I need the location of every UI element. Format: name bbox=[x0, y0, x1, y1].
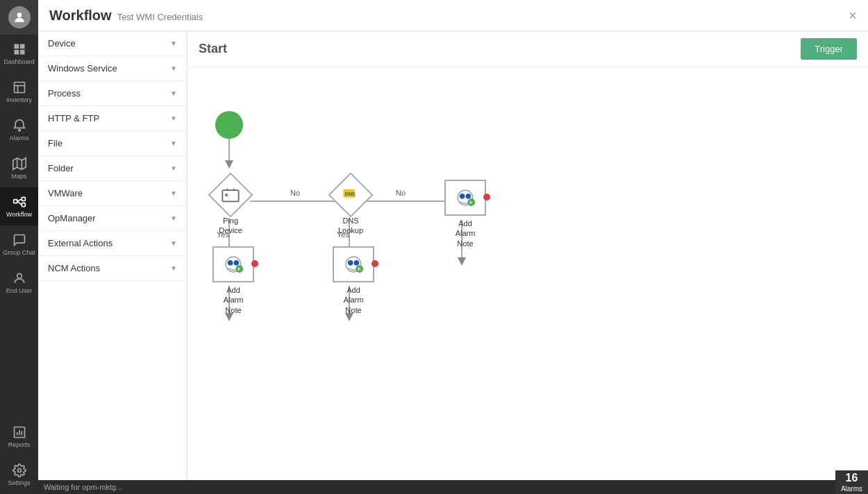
sidebar-label-enduser: End User bbox=[6, 287, 33, 294]
panel-item-device[interactable]: Device ▼ bbox=[38, 31, 187, 56]
chevron-icon-http-ftp: ▼ bbox=[170, 114, 177, 122]
panel-item-external-actions[interactable]: External Actions ▼ bbox=[38, 231, 187, 256]
red-dot-top bbox=[483, 194, 490, 201]
left-panel: Device ▼ Windows Service ▼ Process ▼ HTT… bbox=[38, 31, 187, 494]
svg-marker-9 bbox=[12, 158, 25, 170]
svg-point-22 bbox=[17, 469, 21, 472]
sidebar-label-inventory: Inventory bbox=[6, 96, 32, 103]
workflow-title: Workflow bbox=[49, 8, 112, 24]
svg-text:+: + bbox=[357, 266, 360, 273]
alarm-note-right-label: AddAlarmNote bbox=[344, 285, 364, 315]
sidebar-item-settings[interactable]: Settings bbox=[0, 456, 38, 494]
red-dot-right bbox=[372, 260, 378, 267]
sidebar-label-reports: Reports bbox=[8, 441, 31, 448]
alarm-note-left-label: AddAlarmNote bbox=[224, 285, 244, 315]
trigger-button[interactable]: Trigger bbox=[801, 38, 857, 60]
sidebar-item-enduser[interactable]: End User bbox=[0, 264, 38, 302]
svg-point-38 bbox=[225, 194, 228, 197]
svg-rect-12 bbox=[13, 200, 17, 203]
sidebar-label-alarms: Alarms bbox=[9, 135, 28, 142]
workflow-canvas: Yes No No Yes bbox=[187, 67, 868, 494]
panel-item-vmware[interactable]: VMWare ▼ bbox=[38, 181, 187, 206]
panel-label-ncm-actions: NCM Actions bbox=[48, 263, 100, 273]
sidebar-item-inventory[interactable]: Inventory bbox=[0, 73, 38, 111]
chevron-icon-external-actions: ▼ bbox=[170, 239, 177, 247]
sidebar-item-groupchat[interactable]: Group Chat bbox=[0, 225, 38, 264]
sidebar-item-alarms[interactable]: Alarms bbox=[0, 111, 38, 149]
content-area: Device ▼ Windows Service ▼ Process ▼ HTT… bbox=[38, 31, 868, 494]
start-node[interactable] bbox=[215, 111, 243, 139]
panel-label-vmware: VMWare bbox=[48, 188, 83, 198]
red-dot-left bbox=[251, 260, 258, 267]
svg-rect-1 bbox=[14, 44, 19, 49]
svg-line-15 bbox=[17, 199, 22, 201]
dns-lookup-node[interactable]: DNS DNSLookup bbox=[333, 177, 369, 236]
panel-item-process[interactable]: Process ▼ bbox=[38, 81, 187, 106]
chevron-icon-opmanager: ▼ bbox=[170, 214, 177, 222]
alarm-note-left-node[interactable]: + AddAlarmNote bbox=[212, 246, 254, 315]
sidebar-item-workflow[interactable]: Workflow bbox=[0, 187, 38, 225]
alarms-label: Alarms bbox=[841, 485, 862, 493]
svg-text:No: No bbox=[290, 189, 300, 197]
svg-point-17 bbox=[17, 273, 22, 278]
chevron-icon-process: ▼ bbox=[170, 90, 177, 97]
canvas-title: Start bbox=[199, 42, 227, 56]
panel-label-folder: Folder bbox=[48, 163, 74, 173]
svg-point-52 bbox=[348, 260, 353, 266]
svg-point-43 bbox=[466, 194, 471, 199]
app-header: Workflow Test WMI Credentials × bbox=[38, 0, 868, 31]
avatar bbox=[0, 0, 38, 35]
status-bar: Waiting for opm-mktg... bbox=[38, 480, 868, 494]
svg-point-8 bbox=[18, 129, 20, 131]
start-circle bbox=[215, 111, 243, 139]
sidebar: Dashboard Inventory Alarms Maps Workflow… bbox=[0, 0, 38, 494]
panel-item-opmanager[interactable]: OpManager ▼ bbox=[38, 206, 187, 231]
panel-label-file: File bbox=[48, 138, 62, 148]
alarm-note-top-label: AddAlarmNote bbox=[456, 219, 476, 248]
panel-label-process: Process bbox=[48, 88, 81, 99]
chevron-icon-ncm-actions: ▼ bbox=[170, 264, 177, 272]
canvas-header: Start Trigger bbox=[187, 31, 868, 67]
svg-point-42 bbox=[460, 194, 465, 199]
svg-rect-4 bbox=[19, 50, 24, 55]
svg-rect-2 bbox=[19, 44, 24, 49]
svg-rect-5 bbox=[14, 83, 24, 93]
svg-rect-13 bbox=[22, 197, 25, 201]
sidebar-item-maps[interactable]: Maps bbox=[0, 149, 38, 187]
ping-device-node[interactable]: PingDevice bbox=[212, 177, 249, 236]
svg-rect-14 bbox=[22, 203, 25, 207]
chevron-icon-windows-service: ▼ bbox=[170, 65, 177, 72]
panel-label-external-actions: External Actions bbox=[48, 238, 112, 248]
sidebar-item-dashboard[interactable]: Dashboard bbox=[0, 35, 38, 73]
panel-item-folder[interactable]: Folder ▼ bbox=[38, 156, 187, 181]
panel-item-windows-service[interactable]: Windows Service ▼ bbox=[38, 56, 187, 81]
panel-label-http-ftp: HTTP & FTP bbox=[48, 113, 99, 124]
panel-label-opmanager: OpManager bbox=[48, 213, 96, 223]
sidebar-label-dashboard: Dashboard bbox=[3, 58, 34, 65]
close-button[interactable]: × bbox=[849, 8, 857, 24]
panel-item-ncm-actions[interactable]: NCM Actions ▼ bbox=[38, 256, 187, 281]
panel-item-http-ftp[interactable]: HTTP & FTP ▼ bbox=[38, 106, 187, 131]
sidebar-label-settings: Settings bbox=[8, 479, 31, 486]
connector-svg: Yes No No Yes bbox=[187, 67, 868, 494]
alarms-count: 16 bbox=[841, 472, 862, 484]
user-avatar bbox=[8, 6, 31, 28]
svg-text:+: + bbox=[469, 199, 472, 206]
sidebar-label-groupchat: Group Chat bbox=[3, 249, 35, 256]
sidebar-label-maps: Maps bbox=[11, 173, 26, 180]
alarms-badge[interactable]: 16 Alarms bbox=[835, 470, 868, 494]
panel-item-file[interactable]: File ▼ bbox=[38, 131, 187, 156]
header-title-group: Workflow Test WMI Credentials bbox=[49, 8, 203, 24]
svg-rect-3 bbox=[14, 50, 19, 55]
ping-device-label: PingDevice bbox=[219, 216, 242, 236]
svg-point-47 bbox=[228, 260, 233, 266]
sidebar-item-reports[interactable]: Reports bbox=[0, 418, 38, 456]
alarm-note-right-node[interactable]: + AddAlarmNote bbox=[333, 246, 374, 315]
dns-lookup-label: DNSLookup bbox=[338, 216, 363, 236]
alarm-note-top-node[interactable]: + AddAlarmNote bbox=[444, 180, 486, 248]
svg-point-0 bbox=[17, 12, 22, 17]
chevron-icon-device: ▼ bbox=[170, 40, 177, 47]
canvas-area: Start Trigger Yes No No bbox=[187, 31, 868, 494]
main-area: Workflow Test WMI Credentials × Device ▼… bbox=[38, 0, 868, 494]
svg-text:+: + bbox=[237, 266, 240, 273]
